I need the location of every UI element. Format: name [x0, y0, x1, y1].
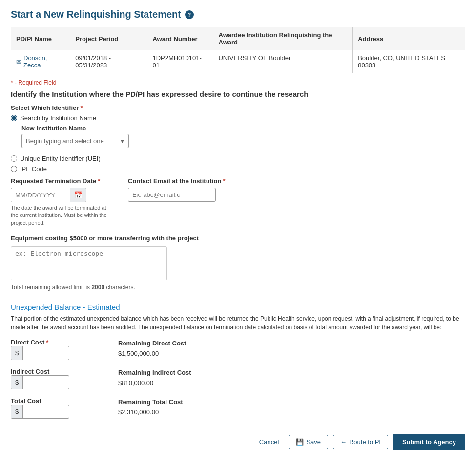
- direct-cost-row: Direct Cost * $ 0.00 Remaining Direct Co…: [11, 339, 465, 360]
- unexpended-balance-desc: That portion of the estimated unexpended…: [11, 314, 465, 332]
- termination-date-group: Requested Termination Date * 📅 The date …: [11, 177, 108, 227]
- route-button-label: Route to PI: [349, 438, 381, 446]
- radio-uei-input[interactable]: [11, 155, 17, 162]
- contact-email-group: Contact Email at the Institution *: [128, 177, 225, 202]
- submit-to-agency-button[interactable]: Submit to Agency: [393, 434, 465, 450]
- unexpended-balance-title: Unexpended Balance - Estimated: [11, 303, 465, 311]
- remaining-direct-label: Remaining Direct Cost: [118, 339, 216, 348]
- institution-select-wrapper: Begin typing and select one ▼: [21, 134, 129, 148]
- radio-search-institution[interactable]: Search by Institution Name: [11, 114, 465, 122]
- radio-search-institution-label: Search by Institution Name: [20, 114, 96, 122]
- radio-ipf-input[interactable]: [11, 166, 17, 172]
- remaining-total-value: $2,310,000.00: [118, 409, 216, 416]
- col-project-period: Project Period: [70, 27, 147, 50]
- radio-uei[interactable]: Unique Entity Identifier (UEI): [11, 155, 465, 162]
- indirect-cost-input-wrapper: $ 0.00: [11, 375, 69, 389]
- total-cost-right: Remaining Total Cost $2,310,000.00: [118, 397, 216, 416]
- footer-bar: Cancel 💾 Save ← Route to PI Submit to Ag…: [11, 427, 465, 452]
- direct-cost-right: Remaining Direct Cost $1,500,000.00: [118, 339, 216, 358]
- total-cost-row: Total Cost $ 0.00 Remaining Total Cost $…: [11, 397, 465, 419]
- award-number-cell: 1DP2MH010101-01: [147, 50, 213, 73]
- radio-search-institution-input[interactable]: [11, 115, 17, 121]
- remaining-indirect-value: $810,000.00: [118, 379, 216, 387]
- col-award-number: Award Number: [147, 27, 213, 50]
- indirect-cost-input[interactable]: 0.00: [23, 376, 62, 389]
- direct-cost-input-wrapper: $ 0.00: [11, 346, 69, 360]
- remaining-direct-value: $1,500,000.00: [118, 350, 216, 357]
- indirect-cost-left: Indirect Cost $ 0.00: [11, 368, 118, 389]
- indirect-cost-row: Indirect Cost $ 0.00 Remaining Indirect …: [11, 368, 465, 389]
- save-button[interactable]: 💾 Save: [289, 435, 328, 449]
- required-note: * - Required Field: [11, 79, 465, 86]
- identifier-label: Select Which Identifier *: [11, 104, 465, 111]
- pd-pi-name-cell[interactable]: ✉ Donson, Zecca: [11, 50, 70, 73]
- section-heading: Identify the Institution where the PD/PI…: [11, 89, 465, 99]
- contact-email-label: Contact Email at the Institution *: [128, 177, 225, 185]
- direct-cost-label: Direct Cost *: [11, 339, 118, 346]
- total-cost-input-wrapper: $ 0.00: [11, 405, 69, 419]
- date-input-wrapper: 📅: [11, 188, 86, 202]
- contact-email-input[interactable]: [128, 188, 216, 202]
- project-period-cell: 09/01/2018 - 05/31/2023: [70, 50, 147, 73]
- dollar-sign-total: $: [11, 405, 23, 418]
- save-button-label: Save: [306, 438, 321, 446]
- calendar-button[interactable]: 📅: [70, 188, 86, 202]
- total-cost-left: Total Cost $ 0.00: [11, 397, 118, 419]
- institution-select[interactable]: Begin typing and select one: [21, 134, 129, 148]
- termination-date-input[interactable]: [11, 189, 70, 202]
- dollar-sign-direct: $: [11, 346, 23, 360]
- direct-cost-left: Direct Cost * $ 0.00: [11, 339, 118, 360]
- arrow-left-icon: ←: [340, 438, 347, 446]
- table-row: ✉ Donson, Zecca 09/01/2018 - 05/31/2023 …: [11, 50, 465, 73]
- new-institution-field: New Institution Name Begin typing and se…: [21, 125, 465, 148]
- dollar-sign-indirect: $: [11, 376, 23, 389]
- pd-pi-name-value: Donson, Zecca: [23, 54, 65, 69]
- remaining-total-label: Remaining Total Cost: [118, 397, 216, 407]
- radio-ipf[interactable]: IPF Code: [11, 165, 465, 172]
- identifier-radio-group: Search by Institution Name New Instituti…: [11, 114, 465, 172]
- total-cost-label: Total Cost: [11, 397, 118, 405]
- radio-ipf-label: IPF Code: [20, 165, 47, 172]
- email-icon: ✉: [16, 58, 21, 65]
- char-limit-note: Total remaining allowed limit is 2000 ch…: [11, 284, 465, 291]
- route-to-pi-button[interactable]: ← Route to PI: [333, 435, 388, 449]
- equipment-label: Equipment costing $5000 or more transfer…: [11, 234, 465, 243]
- equipment-textarea[interactable]: [11, 246, 167, 280]
- indirect-cost-label: Indirect Cost: [11, 368, 118, 375]
- col-pd-pi-name: PD/PI Name: [11, 27, 70, 50]
- termination-date-label: Requested Termination Date *: [11, 177, 108, 185]
- total-cost-input[interactable]: 0.00: [23, 405, 62, 418]
- radio-uei-label: Unique Entity Identifier (UEI): [20, 155, 101, 162]
- address-cell: Boulder, CO, UNITED STATES 80303: [353, 50, 465, 73]
- termination-email-row: Requested Termination Date * 📅 The date …: [11, 177, 465, 227]
- direct-cost-input[interactable]: 0.00: [23, 346, 62, 360]
- save-icon: 💾: [296, 438, 304, 446]
- awardee-institution-cell: UNIVERSITY OF Boulder: [213, 50, 353, 73]
- col-address: Address: [353, 27, 465, 50]
- remaining-indirect-label: Remaining Indirect Cost: [118, 368, 216, 378]
- award-info-table: PD/PI Name Project Period Award Number A…: [11, 27, 465, 73]
- termination-hint: The date the award will be terminated at…: [11, 204, 108, 227]
- help-icon[interactable]: ?: [185, 10, 194, 19]
- page-title: Start a New Relinquishing Statement: [11, 9, 181, 20]
- new-institution-label: New Institution Name: [21, 125, 465, 132]
- cancel-button[interactable]: Cancel: [254, 435, 284, 449]
- indirect-cost-right: Remaining Indirect Cost $810,000.00: [118, 368, 216, 387]
- col-awardee-institution: Awardee Institution Relinquishing the Aw…: [213, 27, 353, 50]
